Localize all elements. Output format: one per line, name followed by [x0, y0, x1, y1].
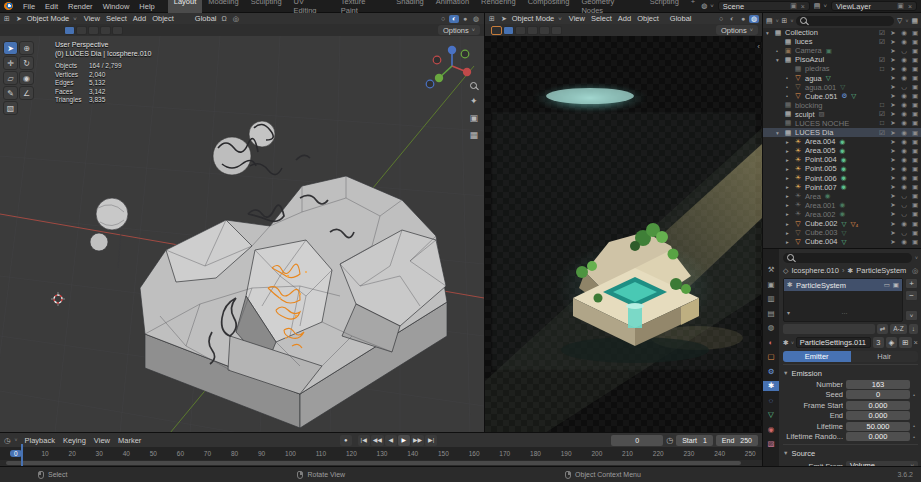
chevron-down-icon[interactable]: ˅	[915, 255, 918, 261]
hide-render-toggle[interactable]: ▣	[911, 119, 919, 127]
frame-tick[interactable]: 50	[150, 450, 157, 457]
select-mode-button[interactable]	[527, 26, 538, 35]
menu-item[interactable]: Edit	[40, 2, 63, 11]
animate-dot-icon[interactable]: •	[913, 423, 918, 429]
new-settings-icon[interactable]: ⊞	[899, 337, 911, 348]
expand-arrow[interactable]: ▾	[776, 130, 783, 136]
outliner-row[interactable]: • ▽ agua ▽ ➤ ◉ ▣	[763, 73, 921, 82]
selectable-toggle[interactable]: ➤	[889, 165, 897, 173]
expand-arrow[interactable]: ▸	[786, 193, 793, 199]
exclude-checkbox[interactable]	[878, 74, 886, 82]
hide-viewport-toggle[interactable]: ◉	[900, 138, 908, 146]
hide-render-toggle[interactable]: ▣	[911, 38, 919, 46]
viewport-menu-item[interactable]: Select	[103, 14, 130, 23]
hide-render-toggle[interactable]: ▣	[911, 138, 919, 146]
menu-item[interactable]: File	[18, 2, 40, 11]
menu-item[interactable]: Help	[134, 2, 159, 11]
close-icon[interactable]: ×	[801, 3, 805, 10]
viewport-render-canvas[interactable]: ‹	[485, 36, 762, 432]
frame-tick[interactable]: 40	[123, 450, 130, 457]
hide-render-toggle[interactable]: ▣	[911, 56, 919, 64]
outliner-row[interactable]: ▸ ☀ Area ◉ ➤ ◡ ▣	[763, 192, 921, 201]
viewport-menu-item[interactable]: View	[566, 14, 588, 23]
tool-button[interactable]: ⊕	[19, 41, 34, 55]
copy-icon[interactable]: ▣	[897, 2, 904, 10]
exclude-checkbox[interactable]	[878, 165, 886, 173]
timeline-ruler[interactable]: 0102030405060708090100110120130140150160…	[0, 447, 762, 460]
snap-magnet-icon[interactable]: Ω	[221, 15, 228, 22]
select-mode-button[interactable]	[88, 26, 99, 35]
outliner-row[interactable]: • ▽ Cube.051 ⚙ ▽ ➤ ◉ ▣	[763, 92, 921, 101]
outliner-row[interactable]: • ▣ Camera ▣ ➤ ◡ ▣	[763, 46, 921, 55]
frame-tick[interactable]: 200	[591, 450, 602, 457]
outliner-row[interactable]: • ▽ agua.001 ▽ ➤ ◡ ▣	[763, 83, 921, 92]
hide-viewport-toggle[interactable]: ◉	[900, 29, 908, 37]
sort-alpha-icon[interactable]: A-Z	[890, 324, 906, 334]
select-mode-button[interactable]	[491, 26, 502, 35]
options-dropdown[interactable]: Options ˅	[438, 25, 480, 35]
outliner-row[interactable]: ▦ LUCES NOCHE □ ➤ ◉ ▣	[763, 119, 921, 128]
frame-tick[interactable]: 0	[10, 450, 22, 457]
filter-name-input[interactable]	[783, 324, 875, 334]
field-value[interactable]: 0.000	[846, 411, 910, 420]
expand-arrow[interactable]: ▸	[786, 166, 793, 172]
frame-tick[interactable]: 150	[438, 450, 449, 457]
editor-type-icon[interactable]: ⊞	[488, 15, 496, 23]
exclude-checkbox[interactable]	[878, 192, 886, 200]
expand-arrow[interactable]: ▸	[786, 184, 793, 190]
selectable-toggle[interactable]: ➤	[889, 147, 897, 155]
emission-section-header[interactable]: ▼ Emission	[783, 367, 918, 379]
hide-viewport-toggle[interactable]: ◉	[900, 92, 908, 100]
selectable-toggle[interactable]: ➤	[889, 174, 897, 182]
pan-hand-icon[interactable]: ✦	[470, 96, 478, 106]
selectable-toggle[interactable]: ➤	[889, 183, 897, 191]
sort-order-icon[interactable]: ↓	[909, 324, 918, 334]
expand-arrow[interactable]: ▸	[786, 157, 793, 163]
frame-tick[interactable]: 30	[96, 450, 103, 457]
hide-render-toggle[interactable]: ▣	[911, 201, 919, 209]
hide-render-toggle[interactable]: ▣	[911, 47, 919, 55]
perspective-toggle-icon[interactable]: ▦	[469, 130, 478, 140]
hide-viewport-toggle[interactable]: ◡	[900, 210, 908, 218]
viewport-menu-item[interactable]: Select	[588, 14, 615, 23]
viewport-menu-item[interactable]: View	[81, 14, 103, 23]
shading-mode-icon[interactable]: ◍	[471, 15, 481, 23]
outliner-row[interactable]: ▸ ▽ Cube.002 ▽ ▽₄ ➤ ◉ ▣	[763, 219, 921, 228]
selectable-toggle[interactable]: ➤	[889, 83, 897, 91]
frame-tick[interactable]: 250	[745, 450, 756, 457]
hide-render-toggle[interactable]: ▣	[911, 92, 919, 100]
frame-tick[interactable]: 60	[177, 450, 184, 457]
transport-button[interactable]: ◀	[385, 435, 397, 446]
select-mode-button[interactable]	[76, 26, 87, 35]
hide-render-toggle[interactable]: ▣	[911, 174, 919, 182]
scene-selector-icon[interactable]: ◍ ˅	[701, 2, 714, 10]
playhead[interactable]	[21, 444, 23, 466]
timeline-menu-item[interactable]: View	[91, 436, 113, 445]
source-section-header[interactable]: ▼ Source	[783, 447, 918, 459]
viewlayer-field[interactable]: ViewLayer ▣ ×	[831, 1, 917, 11]
hide-render-toggle[interactable]: ▣	[911, 129, 919, 137]
outliner-row[interactable]: ▸ ☀ Area.001 ◉ ➤ ◡ ▣	[763, 201, 921, 210]
properties-tab[interactable]: ⚙	[763, 367, 779, 377]
select-mode-button[interactable]	[112, 26, 123, 35]
select-mode-button[interactable]	[64, 26, 75, 35]
tool-button[interactable]: ➤	[3, 41, 18, 55]
users-count-badge[interactable]: 3	[873, 337, 883, 348]
menu-item[interactable]: Window	[98, 2, 135, 11]
expand-arrow[interactable]: ▸	[786, 239, 793, 245]
selectable-toggle[interactable]: ➤	[889, 119, 897, 127]
properties-tab[interactable]: ▢	[763, 352, 779, 362]
selectable-toggle[interactable]: ➤	[889, 29, 897, 37]
tool-button[interactable]: ✛	[3, 56, 18, 70]
outliner-row[interactable]: ▸ ☀ Point.004 ◉ ➤ ◉ ▣	[763, 155, 921, 164]
frame-tick[interactable]: 190	[561, 450, 572, 457]
hide-viewport-toggle[interactable]: ◉	[900, 156, 908, 164]
hide-viewport-toggle[interactable]: ◉	[900, 129, 908, 137]
properties-tab[interactable]: ◍	[763, 323, 779, 333]
selectable-toggle[interactable]: ➤	[889, 156, 897, 164]
fake-user-icon[interactable]: ◈	[886, 337, 898, 348]
viewport-menu-item[interactable]: Object	[634, 14, 662, 23]
exclude-checkbox[interactable]	[878, 47, 886, 55]
field-value[interactable]: 0.000	[846, 432, 910, 441]
expand-arrow[interactable]: ▾	[776, 57, 783, 63]
